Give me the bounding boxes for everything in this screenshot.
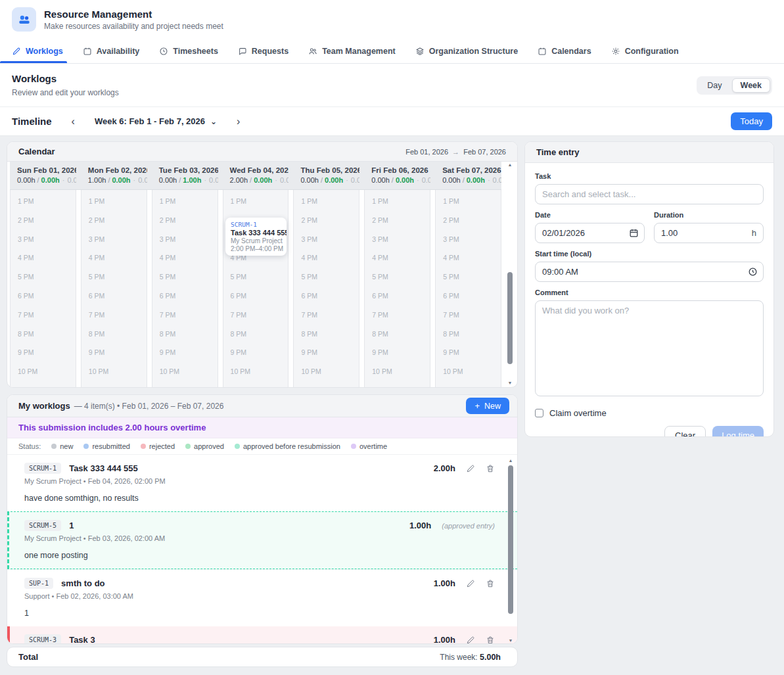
- hour-label: 6 PM: [223, 287, 288, 306]
- layers-icon: [415, 47, 425, 56]
- separator: ·: [343, 176, 351, 184]
- calendar-scrollbar: ▲ ▼: [505, 162, 515, 386]
- chat-icon: [238, 47, 247, 56]
- day-header: Sat Feb 07, 20260.00h/0.00h·0.00h: [435, 162, 501, 189]
- status-legend: Status: newresubmittedrejectedapprovedap…: [7, 438, 517, 455]
- duration-input[interactable]: [654, 223, 764, 243]
- status-dot-overtime: [351, 444, 356, 449]
- edit-entry-button[interactable]: [466, 636, 475, 645]
- toggle-day[interactable]: Day: [699, 78, 730, 93]
- day-column[interactable]: 1 PM2 PM3 PM4 PM5 PM6 PM7 PM8 PM9 PM10 P…: [10, 190, 76, 387]
- separator: ·: [60, 176, 68, 184]
- calendar-icon[interactable]: [629, 228, 639, 238]
- hour-label: 2 PM: [11, 212, 76, 231]
- tab-organization-structure[interactable]: Organization Structure: [415, 39, 518, 63]
- hour-label: 1 PM: [436, 193, 501, 212]
- tab-availability[interactable]: Availability: [83, 39, 140, 63]
- day-header: Mon Feb 02, 20261.00h/0.00h·0.00h: [81, 162, 147, 189]
- hour-label: 1 PM: [365, 193, 430, 212]
- day-column[interactable]: 1 PM2 PM3 PM4 PM5 PM6 PM7 PM8 PM9 PM10 P…: [293, 190, 359, 387]
- period-dropdown[interactable]: Week 6: Feb 1 - Feb 7, 2026 ⌄: [95, 116, 217, 126]
- entry-hours: 1.00h: [409, 521, 431, 530]
- calendar-event[interactable]: SCRUM-1 Task 333 444 555 My Scrum Projec…: [225, 218, 287, 256]
- approved-note: (approved entry): [442, 522, 495, 530]
- day-column[interactable]: 1 PM2 PM3 PM4 PM5 PM6 PM7 PM8 PM9 PM10 P…: [435, 190, 501, 387]
- comment-textarea[interactable]: [535, 300, 764, 396]
- hour-label: 8 PM: [11, 325, 76, 344]
- worklog-entry[interactable]: SCRUM-511.00h(approved entry)My Scrum Pr…: [7, 511, 517, 569]
- tab-team-management[interactable]: Team Management: [308, 39, 396, 63]
- today-button[interactable]: Today: [731, 112, 772, 130]
- entry-header-row: SCRUM-1Task 333 444 5552.00h: [24, 463, 495, 474]
- scroll-up-icon[interactable]: ▲: [508, 162, 513, 168]
- tab-calendars[interactable]: Calendars: [538, 39, 591, 63]
- scroll-thumb[interactable]: [508, 465, 513, 614]
- tab-configuration[interactable]: Configuration: [611, 39, 679, 63]
- tab-label: Configuration: [625, 47, 679, 56]
- chevron-right-icon[interactable]: ›: [234, 116, 242, 127]
- toggle-week[interactable]: Week: [732, 78, 770, 93]
- separator: ·: [272, 176, 280, 184]
- date-input[interactable]: [535, 223, 645, 243]
- clock-icon[interactable]: [748, 267, 758, 277]
- entry-comment: 1: [24, 609, 495, 618]
- date-label: Date: [535, 211, 645, 219]
- entry-header-row: SCRUM-511.00h(approved entry): [24, 520, 495, 531]
- worklog-entries-list: SCRUM-1Task 333 444 5552.00hMy Scrum Pro…: [7, 455, 517, 644]
- day-column[interactable]: 1 PM2 PM3 PM4 PM5 PM6 PM7 PM8 PM9 PM10 P…: [81, 190, 147, 387]
- delete-entry-button[interactable]: [486, 636, 495, 645]
- status-label: rejected: [149, 442, 175, 450]
- scroll-down-icon[interactable]: ▼: [509, 638, 513, 644]
- day-header-hours: 2.00h/0.00h·0.00h: [230, 176, 289, 184]
- hour-label: 9 PM: [152, 344, 218, 363]
- scroll-down-icon[interactable]: ▼: [508, 380, 513, 386]
- day-submitted-hours: 0.00h: [254, 176, 272, 184]
- hour-label: 7 PM: [81, 306, 147, 325]
- task-key-chip: SCRUM-3: [24, 634, 61, 644]
- delete-entry-button[interactable]: [486, 579, 495, 588]
- tab-timesheets[interactable]: Timesheets: [159, 39, 218, 63]
- tab-label: Timesheets: [173, 47, 218, 56]
- timeline-bar: Timeline ‹ Week 6: Feb 1 - Feb 7, 2026 ⌄…: [0, 107, 784, 136]
- log-time-button[interactable]: Log time: [712, 426, 764, 437]
- page-header: Worklogs Review and edit your worklogs D…: [0, 64, 784, 107]
- claim-overtime-checkbox[interactable]: [535, 409, 543, 417]
- hour-label: 5 PM: [294, 268, 359, 287]
- worklog-entry[interactable]: SCRUM-3Task 31.00hMy Scrum Project • Feb…: [7, 626, 517, 644]
- entry-actions: 1.00h(approved entry): [409, 521, 495, 530]
- app-logo: [12, 7, 36, 32]
- chevron-left-icon[interactable]: ‹: [69, 116, 78, 127]
- hour-label: 8 PM: [81, 325, 147, 344]
- tab-worklogs[interactable]: Worklogs: [12, 39, 63, 63]
- scroll-track[interactable]: [505, 168, 515, 380]
- clear-button[interactable]: Clear: [664, 426, 706, 437]
- edit-entry-button[interactable]: [466, 464, 475, 473]
- hour-label: 4 PM: [365, 249, 430, 268]
- worklog-entry[interactable]: SCRUM-1Task 333 444 5552.00hMy Scrum Pro…: [7, 455, 517, 511]
- hour-label: 1 PM: [152, 193, 218, 212]
- day-column[interactable]: 1 PM2 PM3 PM4 PM5 PM6 PM7 PM8 PM9 PM10 P…: [364, 190, 430, 387]
- start-time-input[interactable]: [535, 262, 764, 282]
- scroll-thumb[interactable]: [507, 272, 513, 364]
- day-submitted-hours: 0.00h: [41, 176, 60, 184]
- edit-entry-button[interactable]: [466, 579, 475, 588]
- new-button-label: New: [484, 402, 501, 411]
- hour-label: 3 PM: [11, 231, 76, 250]
- hour-label: 9 PM: [436, 344, 501, 363]
- arrow-right-icon: →: [450, 148, 461, 156]
- status-legend-item: approved before resubmission: [235, 442, 340, 450]
- entry-hours: 1.00h: [434, 635, 455, 644]
- new-worklog-button[interactable]: + New: [466, 398, 509, 414]
- app-header: Resource Management Make resources avail…: [0, 0, 784, 39]
- scroll-up-icon[interactable]: ▲: [509, 457, 513, 464]
- task-search-input[interactable]: [535, 184, 764, 204]
- hour-label: 1 PM: [81, 193, 147, 212]
- worklog-entry[interactable]: SUP-1smth to do1.00hSupport • Feb 02, 20…: [7, 569, 517, 626]
- hour-label: 9 PM: [11, 344, 76, 363]
- delete-entry-button[interactable]: [486, 464, 495, 473]
- status-label: resubmitted: [92, 442, 129, 450]
- tab-requests[interactable]: Requests: [238, 39, 288, 63]
- scroll-track[interactable]: [506, 464, 515, 638]
- day-other-hours: 0.00h: [209, 176, 218, 184]
- day-column[interactable]: 1 PM2 PM3 PM4 PM5 PM6 PM7 PM8 PM9 PM10 P…: [152, 190, 218, 387]
